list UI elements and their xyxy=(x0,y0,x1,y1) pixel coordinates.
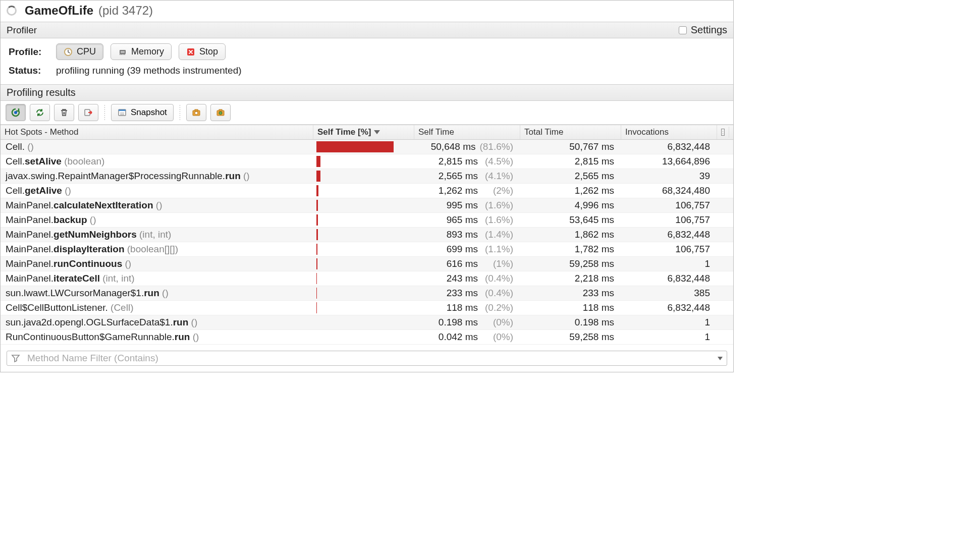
cell-method: MainPanel.iterateCell (int, int) xyxy=(1,271,313,286)
refresh-icon xyxy=(35,107,45,118)
table-row[interactable]: sun.java2d.opengl.OGLSurfaceData$1.run (… xyxy=(1,315,733,330)
cell-total-time: 0.198 ms xyxy=(520,315,621,329)
table-row[interactable]: MainPanel.runContinuous () 616 ms(1%) 59… xyxy=(1,257,733,271)
export-button[interactable] xyxy=(78,104,98,121)
subbar-title: Profiler xyxy=(7,25,37,36)
cell-bar xyxy=(313,271,414,286)
cell-self-time: 243 ms(0.4%) xyxy=(414,271,520,286)
cell-bar xyxy=(313,154,414,169)
thread-dump-button[interactable] xyxy=(186,104,206,121)
cell-invocations: 385 xyxy=(621,286,717,300)
filter-input[interactable] xyxy=(26,352,713,364)
table-row[interactable]: MainPanel.getNumNeighbors (int, int) 893… xyxy=(1,228,733,242)
cell-total-time: 1,862 ms xyxy=(520,228,621,242)
table-row[interactable]: Cell.setAlive (boolean) 2,815 ms(4.5%) 2… xyxy=(1,154,733,169)
settings-toggle[interactable]: Settings xyxy=(679,24,727,36)
cell-self-time: 0.198 ms(0%) xyxy=(414,315,520,329)
cpu-button[interactable]: CPU xyxy=(56,43,103,60)
controls-area: Profile: CPU Memory Stop Status xyxy=(1,38,733,84)
snapshot-label: Snapshot xyxy=(131,107,167,118)
cell-self-time: 233 ms(0.4%) xyxy=(414,286,520,300)
cell-bar xyxy=(313,213,414,227)
filter-icon xyxy=(11,354,21,363)
filter-bar[interactable] xyxy=(7,351,727,366)
table-row[interactable]: MainPanel.displayIteration (boolean[][])… xyxy=(1,242,733,257)
export-icon xyxy=(84,108,93,117)
cell-invocations: 6,832,448 xyxy=(621,140,717,154)
cell-self-time: 616 ms(1%) xyxy=(414,257,520,271)
update-results-button[interactable] xyxy=(6,104,26,121)
cell-method: MainPanel.runContinuous () xyxy=(1,257,313,271)
cell-bar xyxy=(313,169,414,183)
refresh-bold-icon xyxy=(11,107,21,118)
col-invocations[interactable]: Invocations xyxy=(621,125,717,139)
cell-total-time: 1,262 ms xyxy=(520,184,621,198)
chip-icon xyxy=(118,47,127,57)
cell-bar xyxy=(313,184,414,198)
cell-bar xyxy=(313,228,414,242)
cell-method: MainPanel.displayIteration (boolean[][]) xyxy=(1,242,313,256)
table-row[interactable]: MainPanel.iterateCell (int, int) 243 ms(… xyxy=(1,271,733,286)
cell-bar xyxy=(313,330,414,344)
table-row[interactable]: Cell.getAlive () 1,262 ms(2%) 1,262 ms 6… xyxy=(1,184,733,198)
cell-self-time: 893 ms(1.4%) xyxy=(414,228,520,242)
column-options-button[interactable] xyxy=(717,127,729,138)
cell-total-time: 4,996 ms xyxy=(520,198,621,212)
cell-total-time: 233 ms xyxy=(520,286,621,300)
columns-icon xyxy=(721,129,725,136)
cell-self-time: 2,815 ms(4.5%) xyxy=(414,154,520,169)
memory-button[interactable]: Memory xyxy=(111,43,172,60)
table-row[interactable]: Cell. () 50,648 ms(81.6%) 50,767 ms 6,83… xyxy=(1,140,733,154)
table-row[interactable]: RunContinuousButton$GameRunnable.run () … xyxy=(1,330,733,345)
svg-point-4 xyxy=(14,111,17,114)
camera-icon xyxy=(192,108,201,117)
cell-self-time: 50,648 ms(81.6%) xyxy=(414,140,520,154)
cell-method: sun.lwawt.LWCursorManager$1.run () xyxy=(1,286,313,300)
cell-invocations: 106,757 xyxy=(621,198,717,212)
heap-dump-button[interactable] xyxy=(210,104,231,121)
stop-button[interactable]: Stop xyxy=(179,43,226,60)
cell-method: Cell.setAlive (boolean) xyxy=(1,154,313,169)
cell-total-time: 1,782 ms xyxy=(520,242,621,256)
cell-invocations: 68,324,480 xyxy=(621,184,717,198)
table-row[interactable]: Cell$CellButtonListener. (Cell) 118 ms(0… xyxy=(1,301,733,315)
cell-invocations: 1 xyxy=(621,257,717,271)
col-method[interactable]: Hot Spots - Method xyxy=(1,125,313,139)
cell-self-time: 995 ms(1.6%) xyxy=(414,198,520,212)
snapshot-button[interactable]: Snapshot xyxy=(111,104,174,121)
cell-self-time: 699 ms(1.1%) xyxy=(414,242,520,256)
svg-point-9 xyxy=(195,112,198,115)
cell-total-time: 59,258 ms xyxy=(520,257,621,271)
stop-icon xyxy=(186,47,195,57)
cell-total-time: 2,815 ms xyxy=(520,154,621,169)
settings-checkbox[interactable] xyxy=(679,26,687,34)
cell-bar xyxy=(313,301,414,315)
cell-total-time: 2,218 ms xyxy=(520,271,621,286)
cell-total-time: 2,565 ms xyxy=(520,169,621,183)
snapshot-icon xyxy=(118,108,127,117)
cell-bar xyxy=(313,242,414,256)
cell-self-time: 118 ms(0.2%) xyxy=(414,301,520,315)
filter-dropdown-icon[interactable] xyxy=(718,357,723,360)
table-row[interactable]: MainPanel.calculateNextIteration () 995 … xyxy=(1,198,733,213)
cell-bar xyxy=(313,140,414,154)
delete-button[interactable] xyxy=(54,104,74,121)
col-self-time[interactable]: Self Time xyxy=(414,125,520,139)
table-row[interactable]: sun.lwawt.LWCursorManager$1.run () 233 m… xyxy=(1,286,733,301)
svg-point-12 xyxy=(219,112,222,115)
auto-refresh-button[interactable] xyxy=(30,104,50,121)
cell-invocations: 6,832,448 xyxy=(621,271,717,286)
cell-total-time: 59,258 ms xyxy=(520,330,621,344)
table-row[interactable]: MainPanel.backup () 965 ms(1.6%) 53,645 … xyxy=(1,213,733,228)
cell-method: RunContinuousButton$GameRunnable.run () xyxy=(1,330,313,344)
cell-method: javax.swing.RepaintManager$ProcessingRun… xyxy=(1,169,313,183)
cell-bar xyxy=(313,315,414,329)
cell-invocations: 13,664,896 xyxy=(621,154,717,169)
cpu-button-label: CPU xyxy=(77,46,96,57)
table-row[interactable]: javax.swing.RepaintManager$ProcessingRun… xyxy=(1,169,733,184)
table-body: Cell. () 50,648 ms(81.6%) 50,767 ms 6,83… xyxy=(1,140,733,345)
col-total-time[interactable]: Total Time xyxy=(520,125,621,139)
col-self-pct[interactable]: Self Time [%] xyxy=(313,125,414,139)
cell-invocations: 6,832,448 xyxy=(621,301,717,315)
cell-bar xyxy=(313,257,414,271)
